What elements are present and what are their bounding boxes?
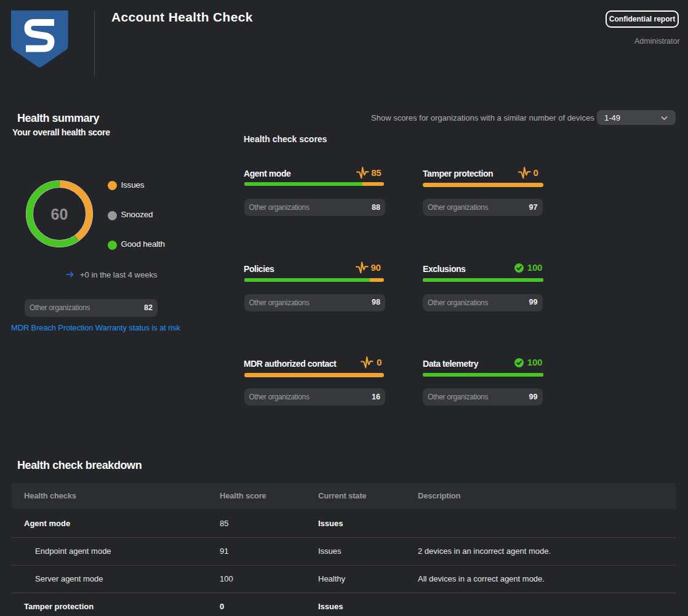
- svg-text:60: 60: [51, 206, 68, 223]
